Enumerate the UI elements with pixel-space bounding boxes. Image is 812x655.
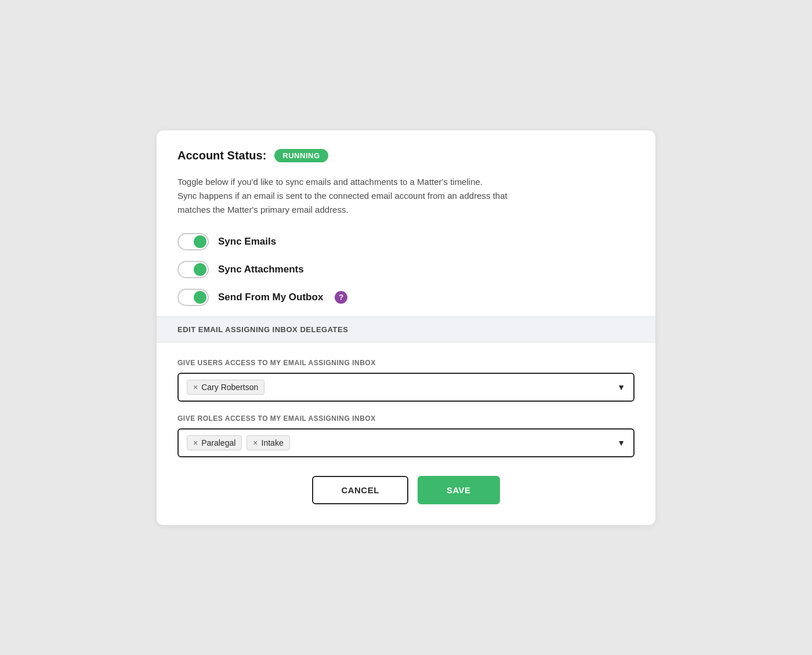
role-tag-intake-label: Intake [262, 438, 284, 447]
role-tag-close-paralegal[interactable]: × [193, 439, 198, 447]
button-row: CANCEL SAVE [177, 476, 635, 504]
sync-emails-row: Sync Emails [177, 233, 635, 250]
role-tag-paralegal: × Paralegal [187, 435, 242, 450]
sync-attachments-label: Sync Attachments [218, 264, 304, 275]
roles-field-group: GIVE ROLES ACCESS TO MY EMAIL ASSIGNING … [177, 414, 635, 457]
users-multiselect[interactable]: × Cary Robertson ▼ [177, 373, 635, 402]
users-dropdown-arrow[interactable]: ▼ [617, 383, 625, 392]
sync-emails-label: Sync Emails [218, 236, 276, 248]
description-text: Toggle below if you'd like to sync email… [177, 175, 635, 217]
section-header: EDIT EMAIL ASSIGNING INBOX DELEGATES [157, 316, 655, 343]
user-tag-cary-robertson: × Cary Robertson [187, 380, 264, 395]
sync-attachments-toggle[interactable] [177, 261, 209, 278]
sync-attachments-knob [194, 263, 206, 276]
send-from-outbox-row: Send From My Outbox ? [177, 289, 635, 306]
send-from-outbox-toggle[interactable] [177, 289, 209, 306]
user-tag-close-cary-robertson[interactable]: × [193, 383, 198, 391]
sync-attachments-row: Sync Attachments [177, 261, 635, 278]
send-from-outbox-label: Send From My Outbox [218, 292, 323, 303]
cancel-button[interactable]: CANCEL [312, 476, 408, 504]
main-card: Account Status: RUNNING Toggle below if … [157, 130, 655, 525]
roles-field-label: GIVE ROLES ACCESS TO MY EMAIL ASSIGNING … [177, 414, 635, 423]
help-icon[interactable]: ? [335, 291, 347, 304]
sync-emails-knob [194, 235, 206, 248]
sync-emails-toggle[interactable] [177, 233, 209, 250]
role-tag-intake: × Intake [246, 435, 289, 450]
users-field-label: GIVE USERS ACCESS TO MY EMAIL ASSIGNING … [177, 359, 635, 367]
send-from-outbox-knob [194, 291, 206, 304]
user-tag-label: Cary Robertson [201, 383, 258, 392]
role-tag-close-intake[interactable]: × [253, 439, 258, 447]
status-badge: RUNNING [274, 149, 328, 162]
roles-multiselect[interactable]: × Paralegal × Intake ▼ [177, 428, 635, 457]
account-status-row: Account Status: RUNNING [177, 149, 635, 162]
role-tag-paralegal-label: Paralegal [201, 438, 235, 447]
save-button[interactable]: SAVE [418, 476, 500, 504]
users-field-group: GIVE USERS ACCESS TO MY EMAIL ASSIGNING … [177, 359, 635, 402]
roles-dropdown-arrow[interactable]: ▼ [617, 438, 625, 447]
delegates-section: GIVE USERS ACCESS TO MY EMAIL ASSIGNING … [177, 359, 635, 457]
account-status-label: Account Status: [177, 149, 266, 162]
